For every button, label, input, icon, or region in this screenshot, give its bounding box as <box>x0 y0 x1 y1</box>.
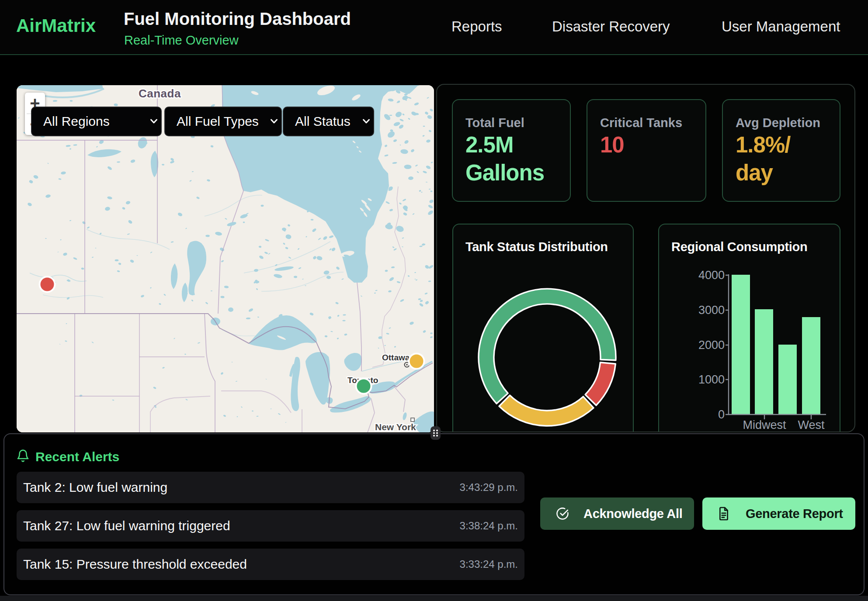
svg-text:Canada: Canada <box>139 87 181 100</box>
svg-text:West: West <box>798 418 825 432</box>
svg-text:Ottawa: Ottawa <box>382 353 410 362</box>
svg-text:3000: 3000 <box>698 304 725 317</box>
svg-text:0: 0 <box>718 408 725 421</box>
svg-text:4000: 4000 <box>698 269 725 282</box>
svg-text:New York: New York <box>375 422 416 432</box>
svg-text:2000: 2000 <box>698 338 725 352</box>
svg-text:Midwest: Midwest <box>743 418 786 432</box>
svg-text:1000: 1000 <box>698 373 725 386</box>
